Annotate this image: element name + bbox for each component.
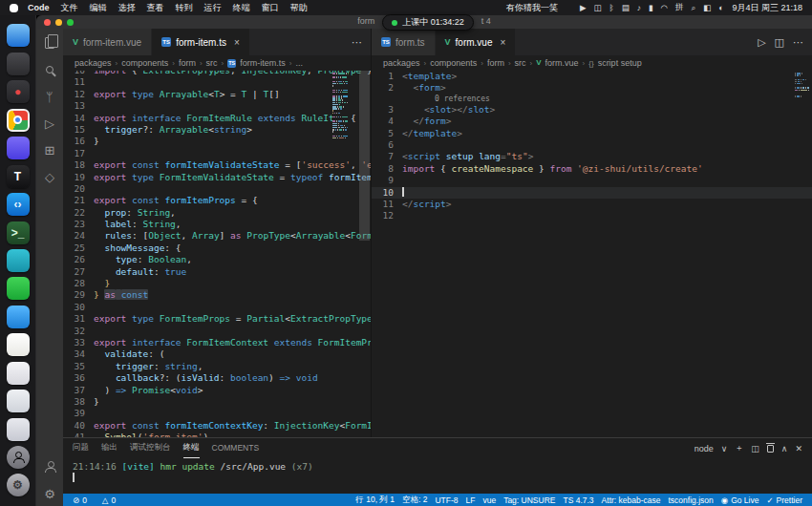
display-icon[interactable]: ▤ [622, 3, 630, 12]
code-line[interactable]: 33export interface FormItemContext exten… [63, 337, 371, 348]
shell-dropdown-icon[interactable]: ∨ [721, 444, 728, 453]
bluetooth-icon[interactable]: ᛒ [609, 3, 614, 12]
control-center-icon[interactable]: ◧ [703, 3, 711, 12]
code-line[interactable]: 22 prop: String, [63, 207, 371, 219]
battery-icon[interactable]: ▮ [649, 3, 653, 12]
input-method-icon[interactable]: 拼 [675, 2, 684, 13]
statusbar-encoding[interactable]: UTF-8 [431, 495, 461, 505]
code-line[interactable]: 29} as const [63, 289, 371, 301]
breadcrumb-item[interactable]: components [430, 58, 477, 68]
more-actions-icon[interactable]: ⋯ [352, 36, 362, 49]
dock-light-app-1[interactable] [7, 362, 30, 385]
code-line[interactable]: 16} [63, 136, 371, 147]
statusbar-errors[interactable]: ⊘0 [69, 495, 91, 505]
dock-typora[interactable]: T [7, 165, 30, 188]
code-line[interactable]: 40export const formItemContextKey: Injec… [63, 420, 371, 432]
dock-docker[interactable] [7, 306, 30, 328]
code-line[interactable]: 9 [372, 175, 812, 186]
menu-item-转到[interactable]: 转到 [176, 2, 193, 14]
extensions-icon[interactable]: ⊞ [39, 141, 60, 158]
code-line[interactable]: 1<template> [372, 71, 812, 82]
close-icon[interactable]: × [500, 37, 505, 48]
close-panel-icon[interactable]: ✕ [795, 444, 802, 453]
menu-item-选择[interactable]: 选择 [118, 2, 136, 14]
dock-wechat[interactable] [7, 277, 30, 300]
breadcrumb-item[interactable]: form.vue [545, 58, 579, 68]
code-line[interactable]: 24 rules: [Object, Array] as PropType<Ar… [63, 230, 371, 242]
code-line[interactable]: 41 Symbol('form-item') [63, 432, 371, 437]
dock-finder[interactable] [7, 24, 30, 47]
dock-light-app-3[interactable] [7, 418, 30, 441]
breadcrumb-item[interactable]: script setup [598, 58, 642, 68]
menu-item-窗口[interactable]: 窗口 [262, 2, 279, 14]
statusbar-indentation[interactable]: 空格: 2 [398, 495, 431, 506]
code-editor[interactable]: 10import { ExtractPropTypes, InjectionKe… [63, 71, 371, 437]
code-line[interactable]: 27 default: true [63, 266, 371, 278]
dock-terminal-app[interactable]: >_ [7, 221, 30, 244]
panel-tab-问题[interactable]: 问题 [73, 438, 89, 458]
shell-selector[interactable]: node [694, 444, 714, 453]
code-line[interactable]: 30 [63, 302, 371, 313]
code-editor[interactable]: 1<template>2 <form>0 references3 <slot><… [372, 71, 812, 437]
split-editor-icon[interactable]: ◫ [775, 36, 784, 49]
code-line[interactable]: 20 [63, 183, 371, 195]
menu-item-编辑[interactable]: 编辑 [90, 2, 107, 14]
statusbar-prettier[interactable]: ✓Prettier [762, 495, 806, 505]
account-icon[interactable] [39, 458, 60, 475]
new-terminal-icon[interactable]: ＋ [735, 442, 743, 454]
code-line[interactable]: 32 [63, 326, 371, 337]
code-line[interactable]: 17 [63, 148, 371, 159]
dock-music-app[interactable]: ● [7, 80, 30, 103]
code-line[interactable]: 5</template> [372, 128, 812, 139]
statusbar-warnings[interactable]: △0 [98, 495, 119, 505]
more-actions-icon[interactable]: ⋯ [793, 36, 803, 49]
menu-item-帮助[interactable]: 帮助 [290, 2, 308, 14]
scrollbar[interactable] [359, 71, 370, 241]
code-line[interactable]: 26 type: Boolean, [63, 254, 371, 265]
code-line[interactable]: 7<script setup lang="ts"> [372, 151, 812, 162]
code-line[interactable]: 14export interface FormItemRule extends … [63, 113, 371, 124]
code-line[interactable]: 2 <form> [372, 82, 812, 94]
code-line[interactable]: 10 [372, 187, 812, 199]
dock-chrome[interactable] [7, 109, 30, 132]
dock-launchpad[interactable] [7, 53, 30, 75]
class-timer-overlay[interactable]: 上课中 01:34:22 [382, 14, 474, 31]
run-and-debug-icon[interactable]: ▷ [39, 115, 60, 132]
code-line[interactable]: 13 [63, 100, 371, 112]
statusbar-eol[interactable]: LF [462, 495, 480, 505]
code-line[interactable]: 39 [63, 408, 371, 419]
dock-teal-app[interactable] [7, 249, 30, 272]
run-file-icon[interactable]: ▷ [758, 36, 765, 49]
sound-icon[interactable]: ♪ [637, 3, 641, 12]
codelens-references[interactable]: 0 references [372, 95, 812, 104]
code-line[interactable]: 34 validate: ( [63, 348, 371, 360]
panel-tab-COMMENTS[interactable]: COMMENTS [212, 438, 260, 458]
close-icon[interactable]: × [234, 37, 240, 48]
breadcrumb-item[interactable]: src [206, 58, 218, 68]
code-line[interactable]: 31export type FormItemProps = Partial<Ex… [63, 313, 371, 325]
code-line[interactable]: 12 [372, 210, 812, 221]
app-menu[interactable]: Code [28, 3, 50, 12]
testing-icon[interactable]: ◇ [39, 168, 60, 185]
dock-notes[interactable] [7, 333, 30, 356]
play-status-icon[interactable]: ▶ [580, 3, 587, 12]
search-icon[interactable]: ⌕ [692, 3, 696, 13]
dock-meeting-app[interactable] [7, 137, 30, 159]
code-line[interactable]: 19export type FormItemValidateState = ty… [63, 172, 371, 183]
minimap[interactable] [332, 73, 348, 139]
tab-form.ts[interactable]: TSform.ts [372, 29, 436, 55]
minimap[interactable] [795, 73, 810, 99]
code-line[interactable]: 12export type Arrayable<T> = T | T[] [63, 89, 371, 100]
panel-tab-输出[interactable]: 输出 [101, 438, 118, 458]
statusbar-ts-version[interactable]: TS 4.7.3 [559, 495, 597, 505]
statusbar-cursor-position[interactable]: 行 10, 列 1 [352, 495, 398, 506]
statusbar-volar-attr[interactable]: Attr: kebab-case [598, 495, 665, 505]
menubar-clock[interactable]: 9月4日 周三 21:18 [732, 2, 802, 14]
explorer-icon[interactable] [39, 34, 60, 52]
minimize-button[interactable] [55, 19, 62, 26]
panel-tab-终端[interactable]: 终端 [183, 438, 200, 458]
apple-menu-icon[interactable] [10, 4, 18, 12]
code-line[interactable]: 15 trigger?: Arrayable<string> [63, 124, 371, 136]
menu-item-终端[interactable]: 终端 [233, 2, 250, 14]
code-line[interactable]: 37 ) => Promise<void> [63, 385, 371, 396]
